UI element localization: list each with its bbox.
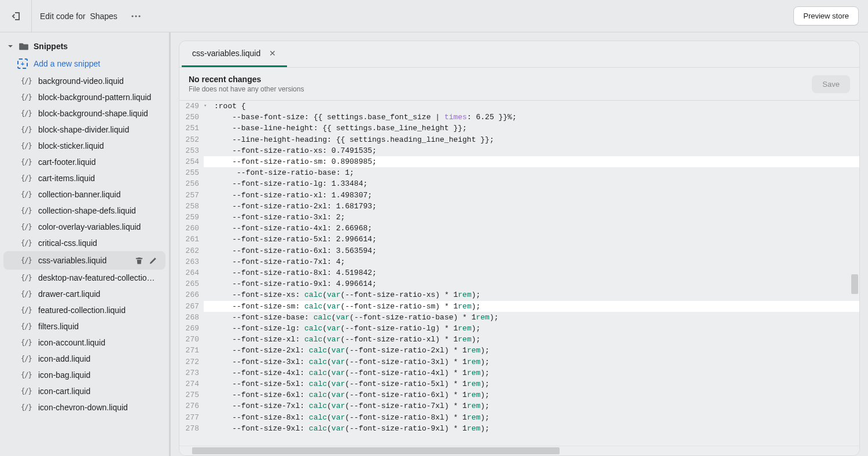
code-line[interactable]: 253 --font-size-ratio-xs: 0.7491535; [179,145,859,156]
file-item[interactable]: {/}cart-items.liquid [3,170,165,186]
file-item[interactable]: {/}critical-css.liquid [3,235,165,251]
main: Snippets + Add a new snippet {/}backgrou… [0,32,868,456]
code-line[interactable]: 277 --font-size-8xl: calc(var(--font-siz… [179,412,859,423]
line-number: 250 [179,112,204,123]
file-item[interactable]: {/}collection-shape-defs.liquid [3,203,165,219]
fold-marker[interactable]: ▾ [204,101,209,112]
file-item[interactable]: {/}icon-bag.liquid [3,367,165,383]
code-line[interactable]: 259 --font-size-ratio-3xl: 2; [179,212,859,223]
code-line[interactable]: 250 --base-font-size: {{ settings.base_f… [179,112,859,123]
save-button[interactable]: Save [812,75,850,93]
code-content: --font-size-ratio-xl: 1.498307; [209,190,859,201]
liquid-file-icon: {/} [21,109,32,117]
file-item-label: cart-items.liquid [38,174,159,183]
file-item[interactable]: {/}color-overlay-variables.liquid [3,219,165,235]
file-item[interactable]: {/}background-video.liquid [3,73,165,89]
file-item[interactable]: {/}block-sticker.liquid [3,138,165,154]
file-item[interactable]: {/}icon-add.liquid [3,351,165,367]
vertical-scrollbar[interactable] [851,274,858,294]
line-number: 258 [179,201,204,212]
file-item[interactable]: {/}css-variables.liquid [3,251,165,270]
tab-css-variables[interactable]: css-variables.liquid ✕ [182,41,287,67]
code-line[interactable]: 265 --font-size-ratio-9xl: 4.996614; [179,278,859,289]
sidebar-inner[interactable]: Snippets + Add a new snippet {/}backgrou… [0,32,169,456]
tab-label: css-variables.liquid [192,49,260,58]
delete-button[interactable] [133,255,145,266]
code-line[interactable]: 270 --font-size-xl: calc(var(--font-size… [179,334,859,345]
liquid-file-icon: {/} [21,355,32,363]
file-item-label: color-overlay-variables.liquid [38,222,159,231]
code-line[interactable]: 272 --font-size-3xl: calc(var(--font-siz… [179,356,859,367]
svg-point-2 [138,15,140,17]
more-button[interactable] [126,6,146,27]
code-area[interactable]: 249▾:root {250 --base-font-size: {{ sett… [179,101,859,446]
fold-marker [204,212,209,223]
file-item[interactable]: {/}cart-footer.liquid [3,154,165,170]
section-header-snippets[interactable]: Snippets [0,38,169,54]
fold-marker [204,134,209,145]
code-line[interactable]: 252 --line-height-heading: {{ settings.h… [179,134,859,145]
code-content: --font-size-ratio-2xl: 1.681793; [209,201,859,212]
code-line[interactable]: 274 --font-size-5xl: calc(var(--font-siz… [179,378,859,389]
code-content: --font-size-6xl: calc(var(--font-size-ra… [209,389,859,400]
exit-button[interactable] [0,0,32,32]
code-line[interactable]: 262 --font-size-ratio-6xl: 3.563594; [179,245,859,256]
file-item[interactable]: {/}block-background-shape.liquid [3,105,165,122]
liquid-file-icon: {/} [21,207,32,215]
line-number: 266 [179,289,204,300]
code-line[interactable]: 269 --font-size-lg: calc(var(--font-size… [179,323,859,334]
code-line[interactable]: 257 --font-size-ratio-xl: 1.498307; [179,190,859,201]
code-line[interactable]: 251 --base-line-height: {{ settings.base… [179,123,859,134]
file-item[interactable]: {/}desktop-nav-featured-collection-li... [3,270,165,286]
code-content: --font-size-ratio-base: 1; [209,167,859,178]
fold-marker [204,400,209,411]
liquid-file-icon: {/} [21,239,32,247]
code-line[interactable]: 275 --font-size-6xl: calc(var(--font-siz… [179,389,859,400]
preview-store-button[interactable]: Preview store [793,6,859,25]
line-number: 276 [179,400,204,411]
horizontal-scrollbar-track[interactable] [179,446,859,455]
add-snippet-button[interactable]: + Add a new snippet [0,54,169,73]
code-content: --font-size-5xl: calc(var(--font-size-ra… [209,378,859,389]
file-item[interactable]: {/}icon-account.liquid [3,334,165,351]
folder-icon [19,42,29,50]
close-icon[interactable]: ✕ [269,49,277,57]
code-line[interactable]: 249▾:root { [179,101,859,112]
code-line[interactable]: 258 --font-size-ratio-2xl: 1.681793; [179,201,859,212]
code-line[interactable]: 268 --font-size-base: calc(var(--font-si… [179,312,859,323]
code-line[interactable]: 254 --font-size-ratio-sm: 0.8908985; [179,156,859,167]
file-item[interactable]: {/}filters.liquid [3,318,165,334]
code-line[interactable]: 255 --font-size-ratio-base: 1; [179,167,859,178]
file-item[interactable]: {/}block-shape-divider.liquid [3,122,165,138]
code-line[interactable]: 264 --font-size-ratio-8xl: 4.519842; [179,267,859,278]
file-item[interactable]: {/}featured-collection.liquid [3,302,165,318]
code-content: --font-size-4xl: calc(var(--font-size-ra… [209,367,859,378]
code-content: --font-size-ratio-5xl: 2.996614; [209,234,859,245]
fold-marker [204,201,209,212]
code-line[interactable]: 278 --font-size-9xl: calc(var(--font-siz… [179,423,859,434]
add-snippet-label: Add a new snippet [34,59,100,68]
code-line[interactable]: 267 --font-size-sm: calc(var(--font-size… [179,301,859,312]
code-line[interactable]: 263 --font-size-ratio-7xl: 4; [179,256,859,267]
liquid-file-icon: {/} [21,190,32,198]
code-line[interactable]: 256 --font-size-ratio-lg: 1.33484; [179,178,859,189]
line-number: 255 [179,167,204,178]
file-item[interactable]: {/}drawer-cart.liquid [3,286,165,302]
code-line[interactable]: 273 --font-size-4xl: calc(var(--font-siz… [179,367,859,378]
code-line[interactable]: 266 --font-size-xs: calc(var(--font-size… [179,289,859,300]
liquid-file-icon: {/} [21,387,32,395]
file-item[interactable]: {/}icon-chevron-down.liquid [3,399,165,415]
rename-button[interactable] [147,255,159,266]
line-number: 272 [179,356,204,367]
horizontal-scrollbar[interactable] [192,447,560,454]
file-item[interactable]: {/}collection-banner.liquid [3,186,165,203]
code-line[interactable]: 261 --font-size-ratio-5xl: 2.996614; [179,234,859,245]
code-line[interactable]: 271 --font-size-2xl: calc(var(--font-siz… [179,345,859,356]
sidebar: Snippets + Add a new snippet {/}backgrou… [0,32,169,456]
fold-marker [204,334,209,345]
file-item[interactable]: {/}icon-cart.liquid [3,383,165,399]
code-line[interactable]: 260 --font-size-ratio-4xl: 2.66968; [179,223,859,234]
file-item[interactable]: {/}block-background-pattern.liquid [3,89,165,105]
line-number: 269 [179,323,204,334]
code-line[interactable]: 276 --font-size-7xl: calc(var(--font-siz… [179,400,859,411]
